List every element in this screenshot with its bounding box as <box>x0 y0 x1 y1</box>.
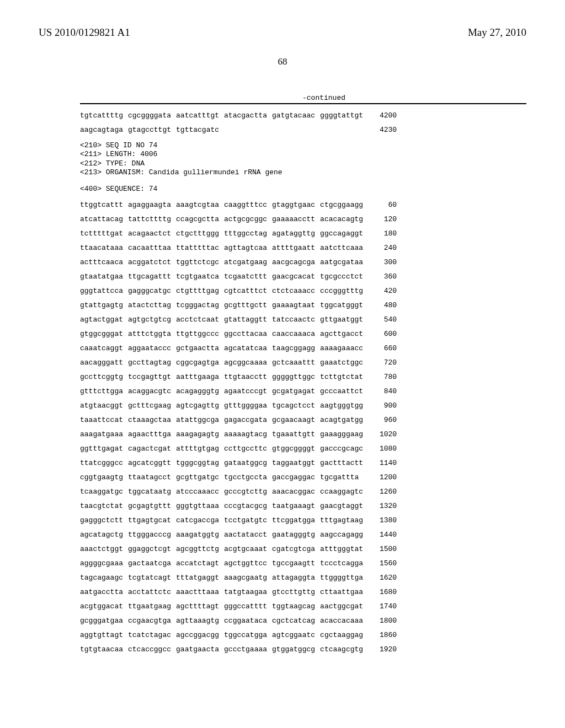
sequence-block: tccctcagga <box>320 560 368 567</box>
sequence-block: actttcaaca <box>80 259 128 266</box>
sequence-block: accatctagt <box>176 560 224 567</box>
sequence-block: ccaaggagtc <box>320 488 368 495</box>
sequence-row: agtactggatagtgctgtcgacctctcaatgtattaggtt… <box>80 316 397 323</box>
sequence-block: attttgtgag <box>176 445 224 452</box>
sequence-block: ttgcagattt <box>128 273 176 280</box>
sequence-block: gaccgaggac <box>272 474 320 481</box>
sequence-row: ttaacataaacacaatttaattatttttacagttagtcaa… <box>80 244 397 251</box>
sequence-block: aactatacct <box>224 531 272 538</box>
sequence-row: cggtgaagtgttaatagcctgcgttgatgctgcctgccta… <box>80 474 397 481</box>
sequence-block: aaactctggt <box>80 545 128 553</box>
sequence-row: tgtgtaacaactcaccggccgaatgaactagccctgaaaa… <box>80 646 397 653</box>
sequence-block: aaagatggtg <box>176 531 224 538</box>
sequence-block: ttgagtgcat <box>128 517 176 524</box>
sequence-position: 900 <box>368 402 397 409</box>
sequence-block: tcctgatgtc <box>224 517 272 524</box>
sequence-position: 120 <box>368 216 397 223</box>
sequence-position: 4230 <box>368 126 397 133</box>
sequence-block: agtactggat <box>80 316 128 323</box>
publication-date: May 27, 2010 <box>468 26 526 39</box>
sequence-row: gagggctcttttgagtgcatcatcgaccgatcctgatgtc… <box>80 517 397 524</box>
sequence-block: aatttgaaga <box>176 373 224 381</box>
sequence-position: 600 <box>368 330 397 338</box>
sequence-block: ttaatagcct <box>128 474 176 481</box>
sequence-block: gccttcggtg <box>80 373 128 381</box>
sequence-block: agcatagctg <box>80 531 128 538</box>
sequence-position: 60 <box>368 201 397 208</box>
sequence-block: ggtttgagat <box>80 445 128 452</box>
sequence-block: agtgctgtcg <box>128 316 176 323</box>
sequence-block: gaatagggtg <box>272 531 320 538</box>
sequence-block: aaaagaaacc <box>320 345 368 352</box>
sequence-block: aatcttcaaa <box>320 244 368 251</box>
sequence-block: tctttttgat <box>80 230 128 237</box>
sequence-block: aggaataccc <box>128 345 176 352</box>
sequence-block: tcgggactag <box>176 302 224 309</box>
sequence-block: tagcagaagc <box>80 574 128 581</box>
sequence-block: aaagcgaatg <box>224 574 272 581</box>
sequence-block: attttgaatt <box>272 244 320 251</box>
sequence-position: 300 <box>368 259 397 266</box>
sequence-block: atacgactta <box>224 112 272 119</box>
sequence-block: ccgaacgtga <box>128 617 176 624</box>
sequence-block: gctcaaattt <box>272 359 320 366</box>
sequence-block: gtattaggtt <box>224 316 272 323</box>
sequence-block: ttgtaacctt <box>224 373 272 381</box>
sequence-block: agaggaagta <box>128 201 176 208</box>
sequence-block: gaaaaacctt <box>272 216 320 223</box>
sequence-position: 1680 <box>368 588 397 596</box>
sequence-row: aggggcgaaagactaatcgaaccatctagtagctggttcc… <box>80 560 397 567</box>
sequence-block: gctgaactta <box>176 345 224 352</box>
sequence-block: gagggctctt <box>80 517 128 524</box>
sequence-row: caaatcaggtaggaatacccgctgaacttaagcatatcaa… <box>80 345 397 352</box>
sequence-block: caaccaaaca <box>272 330 320 338</box>
sequence-block: acaggacgtc <box>128 388 176 395</box>
sequence-row: gggtattccagagggcatgcctgttttgagcgtcatttct… <box>80 287 397 295</box>
sequence-block: atttgggtat <box>320 545 368 553</box>
sequence-block: gggtgttaaa <box>176 502 224 510</box>
sequence-block: tggccatgga <box>224 631 272 639</box>
sequence-block: gcccgtcttg <box>224 488 272 495</box>
sequence-block: agaatcccgt <box>224 388 272 395</box>
sequence-block: ttgaatgaag <box>128 603 176 610</box>
sequence-block: gggtattcca <box>80 287 128 295</box>
sequence-block: aagtgggtgg <box>320 402 368 409</box>
sequence-block: ttggtcattt <box>80 201 128 208</box>
sequence-position: 660 <box>368 345 397 352</box>
sequence-block: gaatgaacta <box>176 646 224 653</box>
sequence-block: gctttcgaag <box>128 402 176 409</box>
sequence-position: 1200 <box>368 474 397 481</box>
sequence-block: gcgtttgctt <box>224 302 272 309</box>
sequence-block: ctgcggaagg <box>320 201 368 208</box>
sequence-position: 1560 <box>368 560 397 567</box>
sequence-block: ttgggacccg <box>128 531 176 538</box>
sequence-block: agccggacgg <box>176 631 224 639</box>
sequence-row: tgtcattttgcgcggggataaatcatttgtatacgactta… <box>80 112 397 119</box>
sequence-block: gcgaacaagt <box>272 416 320 424</box>
sequence-block: acagaactct <box>128 230 176 237</box>
sequence-position: 1320 <box>368 502 397 510</box>
sequence-block: cgatcgtcga <box>272 545 320 553</box>
sequence-block: agtcgagttg <box>176 402 224 409</box>
sequence-block: cttaattgaa <box>320 588 368 596</box>
sequence-block: cggcgagtga <box>176 359 224 366</box>
sequence-row: gtaatatgaattgcagattttcgtgaatcatcgaatcttt… <box>80 273 397 280</box>
sequence-row: taacgtctatgcgagtgtttgggtgttaaacccgtacgcg… <box>80 502 397 510</box>
sequence-block: tatgtaagaa <box>224 588 272 596</box>
sequence-block: acaccacaaa <box>320 617 368 624</box>
sequence-block: ctcaccggcc <box>128 646 176 653</box>
sequence-row: aacagggattgccttagtagcggcgagtgaagcggcaaaa… <box>80 359 397 366</box>
sequence-block: ttatcgggcc <box>80 459 128 467</box>
sequence-block: tccgagttgt <box>128 373 176 381</box>
sequence-block: acctattctc <box>128 588 176 596</box>
sequence-block: aggtgttagt <box>80 631 128 639</box>
sequence-row: aagcagtagagtagccttgttgttacgatc4230 <box>80 126 397 133</box>
sequence-table: ttggtcatttagaggaagtaaaagtcgtaacaaggtttcc… <box>80 201 397 653</box>
sequence-block: atactcttag <box>128 302 176 309</box>
sequence-block: aagccagagg <box>320 531 368 538</box>
sequence-row: tcaaggatgctggcataatgatcccaaaccgcccgtcttg… <box>80 488 397 495</box>
sequence-block: aaactttaaa <box>176 588 224 596</box>
sequence-block: gtccttgttg <box>272 588 320 596</box>
sequence-position: 540 <box>368 316 397 323</box>
sequence-block: tcgtatcagt <box>128 574 176 581</box>
